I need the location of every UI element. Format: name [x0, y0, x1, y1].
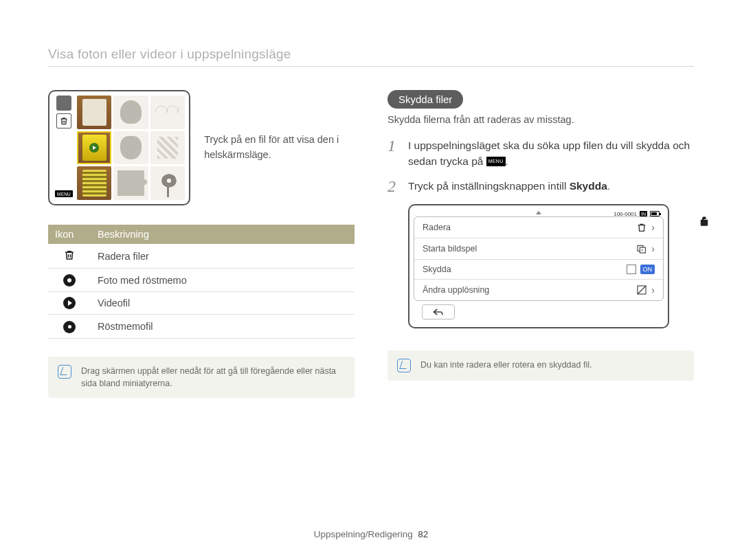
step-1: 1 I uppspelningsläget ska du söka upp fi… — [387, 137, 694, 170]
trash-icon — [636, 222, 647, 233]
table-row: Radera filer — [48, 244, 355, 269]
note-icon — [397, 359, 411, 372]
legend-desc: Foto med röstmemo — [91, 269, 355, 292]
thumbnail-grid-illustration: MENU — [48, 90, 190, 205]
step-number: 1 — [387, 137, 400, 170]
battery-icon — [650, 211, 660, 216]
step-text: Tryck på inställningsknappen intill — [408, 180, 570, 192]
note-text: Du kan inte radera eller rotera en skydd… — [420, 359, 592, 371]
on-toggle: ON — [640, 265, 655, 274]
table-row: Foto med röstmemo — [48, 269, 355, 292]
note-icon — [58, 365, 71, 379]
section-pill: Skydda filer — [387, 90, 463, 109]
chevron-right-icon: › — [651, 222, 655, 233]
chevron-right-icon: › — [651, 243, 655, 254]
footer-section: Uppspelning/Redigering — [314, 529, 413, 539]
legend-header-desc: Beskrivning — [91, 225, 355, 244]
legend-desc: Röstmemofil — [91, 315, 355, 339]
slideshow-icon — [636, 243, 647, 254]
illustration-caption: Tryck på en fil för att visa den i helsk… — [204, 133, 355, 163]
table-row: Röstmemofil — [48, 315, 355, 339]
chevron-right-icon: › — [651, 284, 655, 295]
resize-icon — [636, 284, 647, 295]
menu-button: MENU — [55, 190, 73, 197]
page-title: Visa foton eller videor i uppspelningslä… — [48, 47, 694, 67]
table-row: Videofil — [48, 292, 355, 315]
left-column: MENU Tryck på en fil för att visa den i … — [48, 90, 355, 398]
info-note: Du kan inte radera eller rotera en skydd… — [387, 350, 694, 381]
video-play-icon — [63, 297, 76, 309]
thumb-size-toggle — [56, 96, 71, 111]
page-number: 82 — [418, 529, 428, 539]
menu-row-slideshow: Starta bildspel › — [414, 238, 663, 260]
lock-icon — [698, 215, 710, 230]
note-text: Drag skärmen uppåt eller nedåt för att g… — [81, 365, 345, 390]
file-number: 100-0001 — [614, 211, 637, 217]
menu-label: Radera — [423, 223, 636, 232]
icon-legend-table: Ikon Beskrivning Radera filer Foto med r… — [48, 225, 355, 339]
menu-row-resize: Ändra upplösning › — [414, 280, 663, 300]
menu-label: Starta bildspel — [423, 244, 636, 254]
svg-point-3 — [704, 222, 705, 223]
menu-label: Skydda — [423, 265, 627, 274]
step-2: 2 Tryck på inställningsknappen intill Sk… — [387, 178, 694, 194]
step-number: 2 — [387, 178, 400, 194]
memory-indicator: IN — [640, 211, 647, 216]
section-intro: Skydda filerna från att raderas av misst… — [387, 114, 694, 125]
status-bar: 100-0001 IN — [614, 211, 660, 217]
camera-menu-illustration: 100-0001 IN Radera › Starta bildspel › — [408, 204, 669, 328]
play-badge-icon — [89, 143, 99, 153]
trash-icon — [59, 116, 69, 126]
legend-desc: Radera filer — [91, 244, 355, 269]
legend-header-icon: Ikon — [48, 225, 91, 244]
back-button — [422, 304, 455, 320]
step-bold: Skydda — [570, 180, 607, 192]
menu-row-protect: Skydda ON — [414, 260, 663, 280]
trash-button — [56, 113, 71, 128]
menu-row-delete: Radera › — [414, 217, 663, 238]
trash-icon — [63, 249, 76, 261]
voice-memo-icon — [63, 321, 76, 333]
info-note: Drag skärmen uppåt eller nedåt för att g… — [48, 357, 355, 398]
back-arrow-icon — [431, 307, 445, 317]
voice-dot-icon — [63, 274, 76, 287]
page-footer: Uppspelning/Redigering 82 — [0, 529, 742, 539]
right-column: Skydda filer Skydda filerna från att rad… — [387, 90, 694, 398]
menu-chip-icon: MENU — [486, 157, 506, 166]
legend-desc: Videofil — [91, 292, 355, 315]
menu-label: Ändra upplösning — [423, 285, 636, 295]
step-text: I uppspelningsläget ska du söka upp file… — [408, 139, 690, 167]
